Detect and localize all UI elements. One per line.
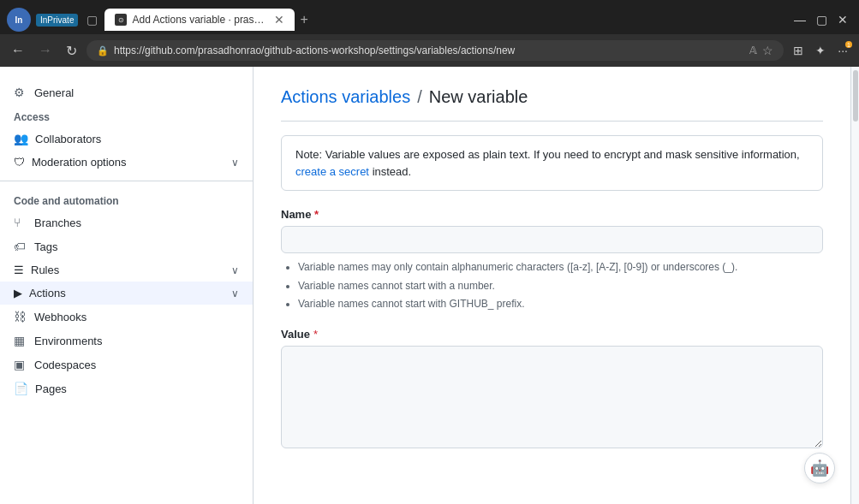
sidebar-item-actions[interactable]: ▶ Actions ∨ xyxy=(0,282,253,305)
hint-no-number-start: Variable names cannot start with a numbe… xyxy=(298,277,823,296)
active-tab[interactable]: ⊙ Add Actions variable · prasadhon ✕ xyxy=(104,9,295,31)
code-section-label: Code and automation xyxy=(0,188,253,210)
note-suffix: instead. xyxy=(373,165,412,178)
value-textarea[interactable] xyxy=(281,346,823,448)
rules-icon: ☰ xyxy=(14,264,24,276)
copilot-bubble[interactable]: 🤖 xyxy=(804,453,835,483)
actions-label: Actions xyxy=(29,287,66,299)
create-secret-link[interactable]: create a secret xyxy=(295,165,369,178)
tags-label: Tags xyxy=(34,240,57,253)
chevron-down-icon-rules: ∨ xyxy=(231,264,239,276)
forward-button[interactable]: → xyxy=(34,40,57,61)
sidebar-item-moderation[interactable]: 🛡 Moderation options ∨ xyxy=(0,151,253,174)
scrollbar-thumb[interactable] xyxy=(853,70,858,122)
sidebar: ⚙ General Access 👥 Collaborators 🛡 Moder… xyxy=(0,67,254,504)
value-form-group: Value * xyxy=(281,328,823,451)
access-section-label: Access xyxy=(0,104,253,127)
moderation-label: Moderation options xyxy=(32,156,127,169)
branches-label: Branches xyxy=(34,216,81,229)
branches-icon: ⑂ xyxy=(14,216,27,229)
collections-button[interactable]: ✦ xyxy=(811,41,830,60)
note-text: Note: Variable values are exposed as pla… xyxy=(295,148,800,161)
name-input[interactable] xyxy=(281,226,823,253)
hint-alphanumeric: Variable names may only contain alphanum… xyxy=(298,258,823,277)
pages-icon: 📄 xyxy=(14,382,28,395)
moderation-icon: 🛡 xyxy=(14,156,25,169)
gear-icon: ⚙ xyxy=(14,86,27,99)
sidebar-item-webhooks[interactable]: ⛓ Webhooks xyxy=(0,305,253,329)
favorites-icon: ☆ xyxy=(762,44,773,57)
window-controls-left: ▢ xyxy=(86,13,98,27)
value-required-star: * xyxy=(313,328,318,341)
collaborators-label: Collaborators xyxy=(35,133,101,145)
hint-no-github-prefix: Variable names cannot start with GITHUB_… xyxy=(298,295,823,314)
page-header: Actions variables / New variable xyxy=(281,87,823,122)
sidebar-item-tags[interactable]: 🏷 Tags xyxy=(0,234,253,258)
sidebar-item-environments[interactable]: ▦ Environments xyxy=(0,329,253,353)
tab-favicon: ⊙ xyxy=(115,14,127,26)
back-button[interactable]: ← xyxy=(7,40,29,61)
refresh-button[interactable]: ↻ xyxy=(62,40,81,62)
tags-icon: 🏷 xyxy=(14,240,27,253)
name-form-group: Name * Variable names may only contain a… xyxy=(281,208,823,314)
page-header-separator: / xyxy=(417,87,422,107)
chevron-down-icon-actions: ∨ xyxy=(231,288,239,299)
notification-dot: 1 xyxy=(845,41,852,48)
codespaces-label: Codespaces xyxy=(34,359,96,371)
page-title: New variable xyxy=(429,87,528,107)
tab-close-icon[interactable]: ✕ xyxy=(274,13,284,27)
general-label: General xyxy=(34,86,74,99)
copilot-icon: 🤖 xyxy=(810,459,829,477)
page-header-link[interactable]: Actions variables xyxy=(281,87,410,107)
webhooks-label: Webhooks xyxy=(34,311,86,323)
people-icon: 👥 xyxy=(14,132,28,145)
main-content: Actions variables / New variable Note: V… xyxy=(254,67,850,504)
sidebar-item-branches[interactable]: ⑂ Branches xyxy=(0,210,253,234)
lock-icon: 🔒 xyxy=(97,45,109,56)
pages-label: Pages xyxy=(35,382,67,395)
environments-label: Environments xyxy=(34,335,102,347)
inprivate-badge: InPrivate xyxy=(36,14,78,27)
close-button[interactable]: ✕ xyxy=(833,10,852,29)
note-box: Note: Variable values are exposed as pla… xyxy=(281,135,823,191)
actions-icon: ▶ xyxy=(14,287,22,299)
name-label: Name * xyxy=(281,208,823,221)
profile-avatar[interactable]: In xyxy=(7,8,31,32)
sidebar-divider-1 xyxy=(0,181,253,181)
restore-button[interactable]: ▢ xyxy=(812,10,832,29)
value-label: Value xyxy=(281,328,310,341)
minimize-button[interactable]: — xyxy=(790,10,810,29)
name-hints: Variable names may only contain alphanum… xyxy=(281,258,823,314)
sidebar-item-pages[interactable]: 📄 Pages xyxy=(0,377,253,400)
sidebar-item-collaborators[interactable]: 👥 Collaborators xyxy=(0,127,253,151)
tab-title: Add Actions variable · prasadhon xyxy=(132,14,269,26)
codespaces-icon: ▣ xyxy=(14,358,27,371)
value-label-row: Value * xyxy=(281,328,823,341)
sidebar-item-general[interactable]: ⚙ General xyxy=(0,80,253,104)
new-tab-button[interactable]: + xyxy=(295,10,313,29)
sidebar-item-rules[interactable]: ☰ Rules ∨ xyxy=(0,258,253,282)
rules-label: Rules xyxy=(31,264,59,276)
address-bar[interactable]: 🔒 https://github.com/prasadhonrao/github… xyxy=(86,40,784,61)
webhooks-icon: ⛓ xyxy=(14,310,27,323)
scrollbar[interactable] xyxy=(850,67,859,504)
name-required-star: * xyxy=(314,208,319,221)
extensions-button[interactable]: ⊞ xyxy=(789,41,808,60)
read-mode-icon: 𝔸 xyxy=(749,44,757,56)
chevron-down-icon: ∨ xyxy=(231,157,239,169)
sidebar-item-codespaces[interactable]: ▣ Codespaces xyxy=(0,353,253,377)
environments-icon: ▦ xyxy=(14,334,27,347)
url-text: https://github.com/prasadhonrao/github-a… xyxy=(114,44,744,56)
